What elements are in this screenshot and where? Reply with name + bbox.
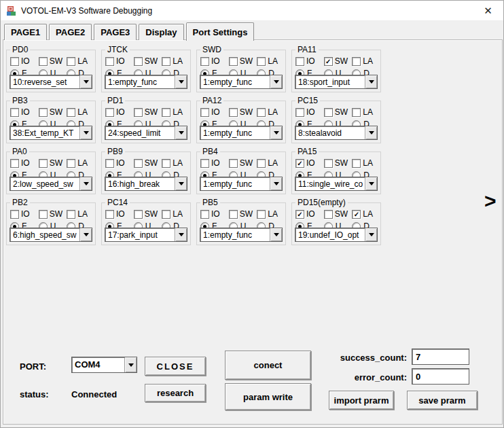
function-select[interactable]: 1:empty_func bbox=[105, 75, 187, 89]
checkbox-la[interactable]: LA bbox=[352, 107, 380, 117]
dropdown-arrow-icon[interactable] bbox=[365, 228, 377, 241]
checkbox-la[interactable]: LA bbox=[257, 158, 285, 168]
checkbox-io[interactable]: IO bbox=[295, 56, 324, 66]
checkbox-sw[interactable]: SW bbox=[134, 107, 162, 117]
checkbox-sw[interactable]: SW bbox=[134, 56, 162, 66]
checkbox-io[interactable]: IO bbox=[105, 158, 134, 168]
checkbox-sw[interactable]: SW bbox=[39, 158, 67, 168]
checkbox-sw[interactable]: SW bbox=[324, 209, 353, 219]
checkbox-io[interactable]: ✓IO bbox=[295, 209, 324, 219]
research-button[interactable]: research bbox=[145, 384, 206, 402]
dropdown-arrow-icon[interactable] bbox=[365, 126, 377, 139]
dropdown-arrow-icon[interactable] bbox=[79, 126, 92, 139]
checkbox-io[interactable]: IO bbox=[200, 158, 229, 168]
function-select[interactable]: 8:stealavoid bbox=[295, 126, 378, 140]
port-group-title: JTCK bbox=[105, 45, 130, 54]
close-port-button[interactable]: CLOSE bbox=[145, 357, 206, 376]
checkbox-la[interactable]: LA bbox=[67, 158, 95, 168]
tab-port-settings[interactable]: Port Settings bbox=[186, 22, 255, 41]
dropdown-arrow-icon[interactable] bbox=[270, 75, 282, 88]
checkbox-io[interactable]: IO bbox=[10, 209, 39, 219]
checkbox-io[interactable]: IO bbox=[105, 209, 134, 219]
checkbox-la[interactable]: LA bbox=[162, 158, 190, 168]
dropdown-arrow-icon[interactable] bbox=[175, 75, 187, 88]
checkbox-sw[interactable]: SW bbox=[229, 56, 257, 66]
checkbox-io[interactable]: IO bbox=[295, 107, 324, 117]
dropdown-arrow-icon[interactable] bbox=[365, 177, 377, 190]
function-select[interactable]: 18:sport_input bbox=[295, 75, 378, 89]
checkbox-la[interactable]: LA bbox=[162, 56, 190, 66]
tab-page2[interactable]: PAGE2 bbox=[49, 24, 92, 40]
dropdown-arrow-icon[interactable] bbox=[175, 177, 187, 190]
connect-button[interactable]: conect bbox=[225, 351, 311, 380]
checkbox-la[interactable]: LA bbox=[67, 209, 95, 219]
checkbox-la[interactable]: LA bbox=[257, 107, 285, 117]
checkbox-la[interactable]: LA bbox=[257, 56, 285, 66]
checkbox-io[interactable]: IO bbox=[105, 107, 134, 117]
checkbox-la[interactable]: LA bbox=[67, 107, 95, 117]
checkbox-sw[interactable]: SW bbox=[229, 209, 257, 219]
save-param-button[interactable]: save prarm bbox=[407, 391, 478, 410]
checkbox-sw[interactable]: SW bbox=[134, 158, 162, 168]
tab-page3[interactable]: PAGE3 bbox=[94, 24, 137, 40]
checkbox-sw[interactable]: SW bbox=[324, 107, 353, 117]
checkbox-sw[interactable]: SW bbox=[229, 107, 257, 117]
port-group-title: PB5 bbox=[200, 198, 220, 207]
checkbox-sw[interactable]: SW bbox=[39, 107, 67, 117]
dropdown-arrow-icon[interactable] bbox=[365, 75, 377, 88]
checkbox-sw[interactable]: SW bbox=[229, 158, 257, 168]
error-count-field[interactable] bbox=[412, 368, 469, 385]
checkbox-la[interactable]: LA bbox=[352, 158, 380, 168]
function-select[interactable]: 10:reverse_set bbox=[10, 75, 92, 89]
checkbox-la[interactable]: ✓LA bbox=[352, 209, 380, 219]
checkbox-io[interactable]: ✓IO bbox=[295, 158, 324, 168]
function-select[interactable]: 1:empty_func bbox=[200, 177, 283, 191]
checkbox-sw[interactable]: SW bbox=[39, 56, 67, 66]
checkbox-la[interactable]: LA bbox=[162, 209, 190, 219]
checkbox-io[interactable]: IO bbox=[200, 56, 229, 66]
function-select[interactable]: 16:high_break bbox=[105, 177, 187, 191]
checkbox-sw[interactable]: SW bbox=[324, 158, 353, 168]
checkbox-la[interactable]: LA bbox=[257, 209, 285, 219]
function-select[interactable]: 2:low_speed_sw bbox=[10, 177, 92, 191]
function-select[interactable]: 38:Ext_temp_KT bbox=[10, 126, 92, 140]
checkbox-io[interactable]: IO bbox=[200, 209, 229, 219]
dropdown-arrow-icon[interactable] bbox=[124, 357, 137, 372]
checkbox-io[interactable]: IO bbox=[10, 56, 39, 66]
checkbox-la[interactable]: LA bbox=[162, 107, 190, 117]
function-select[interactable]: 1:empty_func bbox=[200, 75, 283, 89]
function-select[interactable]: 17:park_input bbox=[105, 228, 187, 242]
dropdown-arrow-icon[interactable] bbox=[79, 228, 92, 241]
function-select[interactable]: 24:speed_limit bbox=[105, 126, 187, 140]
tab-page1[interactable]: PAGE1 bbox=[4, 24, 47, 40]
dropdown-arrow-icon[interactable] bbox=[270, 177, 282, 190]
error-count-label: error_count: bbox=[320, 372, 407, 382]
checkbox-io[interactable]: IO bbox=[200, 107, 229, 117]
checkbox-io[interactable]: IO bbox=[10, 107, 39, 117]
dropdown-arrow-icon[interactable] bbox=[270, 228, 282, 241]
function-select[interactable]: 1:empty_func bbox=[200, 126, 283, 140]
next-page-arrow[interactable]: > bbox=[484, 191, 497, 211]
function-select[interactable]: 6:high_speed_sw bbox=[10, 228, 92, 242]
checkbox-io[interactable]: IO bbox=[10, 158, 39, 168]
dropdown-arrow-icon[interactable] bbox=[270, 126, 282, 139]
checkbox-la[interactable]: LA bbox=[352, 56, 380, 66]
com-port-select[interactable]: COM4 bbox=[71, 357, 137, 373]
checkbox-io[interactable]: IO bbox=[105, 56, 134, 66]
checkbox-sw[interactable]: ✓SW bbox=[324, 56, 353, 66]
checkbox-sw[interactable]: SW bbox=[134, 209, 162, 219]
checkbox-sw[interactable]: SW bbox=[39, 209, 67, 219]
checkbox-la[interactable]: LA bbox=[67, 56, 95, 66]
import-param-button[interactable]: import prarm bbox=[329, 391, 394, 410]
dropdown-arrow-icon[interactable] bbox=[175, 228, 187, 241]
dropdown-arrow-icon[interactable] bbox=[175, 126, 187, 139]
function-select[interactable]: 1:empty_func bbox=[200, 228, 283, 242]
dropdown-arrow-icon[interactable] bbox=[79, 177, 92, 190]
close-window-button[interactable]: ✕ bbox=[473, 1, 503, 20]
function-select[interactable]: 11:single_wire_co bbox=[295, 177, 378, 191]
param-write-button[interactable]: param write bbox=[225, 383, 311, 410]
dropdown-arrow-icon[interactable] bbox=[79, 75, 92, 88]
tab-display[interactable]: Display bbox=[139, 24, 183, 40]
success-count-field[interactable] bbox=[412, 349, 469, 365]
function-select[interactable]: 19:undef_IO_opt bbox=[295, 228, 378, 242]
